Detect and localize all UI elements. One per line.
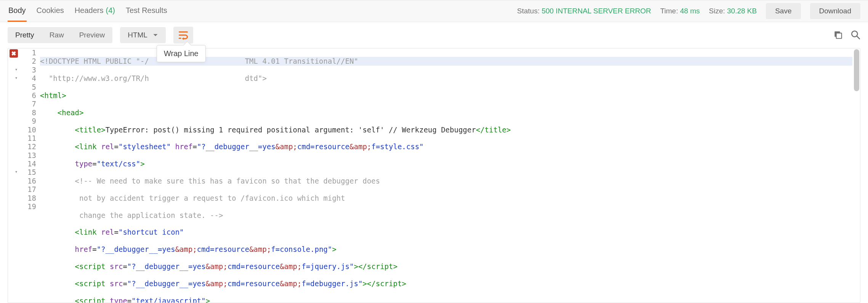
size-pair: Size: 30.28 KB	[709, 7, 757, 15]
viewmode-raw[interactable]: Raw	[42, 27, 72, 43]
vertical-scrollbar[interactable]	[854, 49, 859, 91]
format-select-value: HTML	[128, 31, 147, 39]
viewmode-pretty[interactable]: Pretty	[8, 27, 42, 43]
wrap-line-button[interactable]: Wrap Line	[173, 27, 193, 44]
body-toolbar: Pretty Raw Preview HTML Wrap Line	[0, 22, 868, 48]
download-button[interactable]: Download	[810, 3, 861, 19]
response-body-editor[interactable]: 1 2 3 4 5 6 7 8 9 10 11 12 13 14 15 16 1…	[8, 48, 860, 303]
copy-button[interactable]	[833, 30, 843, 41]
line-number-gutter: 1 2 3 4 5 6 7 8 9 10 11 12 13 14 15 16 1…	[19, 48, 40, 303]
search-button[interactable]	[850, 30, 860, 41]
response-meta-bar: Body Cookies Headers(4) Test Results Sta…	[0, 0, 868, 22]
tab-cookies[interactable]: Cookies	[36, 0, 65, 22]
svg-line-3	[857, 36, 860, 39]
viewmode-segment: Pretty Raw Preview	[8, 27, 112, 43]
wrap-line-icon	[178, 30, 189, 40]
tab-test-results[interactable]: Test Results	[125, 0, 168, 22]
svg-rect-1	[836, 33, 842, 38]
tab-body[interactable]: Body	[8, 0, 27, 22]
status-value: 500 INTERNAL SERVER ERROR	[541, 7, 651, 15]
save-button[interactable]: Save	[766, 3, 801, 19]
tab-headers[interactable]: Headers(4)	[74, 0, 116, 22]
wrap-line-tooltip: Wrap Line	[157, 45, 206, 62]
viewmode-preview[interactable]: Preview	[72, 27, 113, 43]
copy-icon	[833, 30, 843, 40]
time-value: 48 ms	[680, 7, 700, 15]
size-label: Size:	[709, 7, 725, 15]
code-content[interactable]: <!DOCTYPE HTML PUBLIC "-/xxxxxxxxxxxxxxx…	[40, 48, 860, 303]
time-pair: Time: 48 ms	[660, 7, 700, 15]
chevron-down-icon	[153, 32, 158, 38]
error-marker-column	[8, 48, 19, 303]
format-select[interactable]: HTML	[120, 27, 166, 43]
status-pair: Status: 500 INTERNAL SERVER ERROR	[517, 7, 651, 15]
response-tabs: Body Cookies Headers(4) Test Results	[8, 0, 168, 22]
error-marker-icon[interactable]	[10, 49, 18, 58]
size-value: 30.28 KB	[727, 7, 757, 15]
search-icon	[850, 30, 860, 40]
time-label: Time:	[660, 7, 678, 15]
status-label: Status:	[517, 7, 540, 15]
